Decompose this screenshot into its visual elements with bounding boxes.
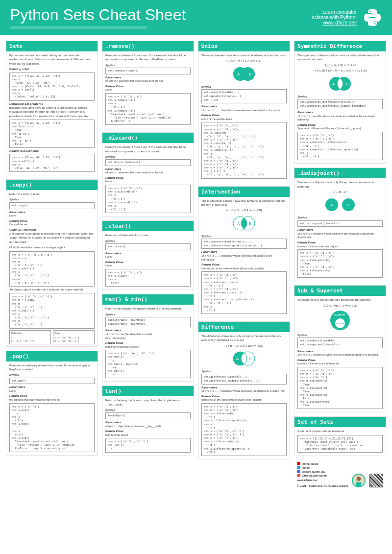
card-title: .pop(): [6, 351, 98, 361]
header-link[interactable]: www.k0nze.dev: [323, 20, 357, 25]
header-right: Learn computer science with Python: www.…: [312, 8, 382, 27]
subset-syntax: set.issubset(iterable) set.issuperset(it…: [297, 337, 383, 348]
label-syntax: Syntax: [105, 408, 191, 412]
footer-url[interactable]: www.k0nze.dev: [297, 479, 348, 482]
header-learn: Learn computer science with Python: www.…: [312, 9, 357, 25]
union-return: union of the sets/iterables: [201, 118, 287, 121]
svg-text:subset: subset: [336, 322, 345, 325]
label-syntax: Syntax: [105, 155, 191, 159]
svg-rect-30: [356, 482, 361, 487]
label-params: Parameters: [201, 104, 287, 108]
svg-point-29: [357, 477, 361, 482]
card-clear: .clear() Removes all elements from a set…: [102, 220, 194, 290]
svg-text:B: B: [347, 203, 349, 207]
venn-disjoint-icon: AB: [297, 196, 383, 214]
maxmin-syntax: max(iterable, key=None) min(iterable, ke…: [105, 317, 191, 327]
retrieving-desc: Because sets don't have an order, it is …: [9, 106, 95, 118]
label-defining: Defining a Set: [9, 67, 95, 71]
label-return: Return Value: [105, 260, 191, 264]
intersection-return: intersection of the sets/iterables (None…: [201, 267, 287, 271]
maxmin-return: maximum/minimum element: [105, 345, 191, 349]
column-2: .remove() Removes an element from a set.…: [102, 41, 194, 489]
remove-desc: Removes an element from a set. If the el…: [105, 53, 191, 62]
subset-return: boolean if the set is a sub/superset: [297, 362, 383, 366]
discard-code: >>> s = {'a','b','c'} >>> s.discard('a')…: [105, 185, 191, 213]
subset-code: >>> s = {'a','b','c'} >>> m = {'a','b','…: [297, 367, 383, 409]
label-return: Return Value: [105, 84, 191, 88]
maxmin-desc: Returns the maximum/minimum element of a…: [105, 307, 191, 311]
union-syntax: set.union(iterable...) set.update(iterab…: [201, 89, 287, 103]
setofsets-desc: A set can't contain sets as elements.: [297, 429, 383, 433]
copy-params: None: [9, 214, 95, 218]
label-return: Return Value: [297, 123, 383, 127]
svg-text:A: A: [237, 221, 240, 226]
label-return: Return Value: [9, 219, 95, 223]
setofsets-code: >>> s = {{1,2},{3,4,5},{6,7},{8}} Traceb…: [297, 435, 383, 453]
subset-math: A ⊆ B : ∀x(x ∈ A ⟹ x ∈ B): [297, 304, 383, 308]
footer-copyright: © 2021 · k0nze aka. Konstantin Lübeck: [297, 484, 348, 487]
pop-return: the element that was removed from the se…: [9, 398, 95, 402]
card-remove: .remove() Removes an element from a set.…: [102, 41, 194, 128]
intersection-desc: The intersection between two sets contai…: [201, 199, 287, 207]
remove-syntax: set.remove(element): [105, 68, 191, 74]
pop-desc: Removes an arbitrary element from a set.…: [9, 363, 95, 372]
venn-symdiff-icon: AB: [297, 75, 383, 93]
clear-syntax: set.clear(): [105, 243, 191, 250]
card-title: Set of Sets: [294, 417, 386, 427]
label-params: Parameters: [9, 385, 95, 389]
label-syntax: Syntax: [9, 373, 95, 377]
card-pop: .pop() Removes an arbitrary element from…: [6, 351, 98, 456]
svg-text:B: B: [249, 72, 251, 76]
label-params: Parameters: [105, 328, 191, 332]
label-params: Parameters: [297, 110, 383, 114]
card-title: Sets: [6, 41, 98, 51]
card-subset: Sub & Superset All elements of a subset …: [294, 285, 386, 412]
label-return: Return Value: [9, 394, 95, 398]
union-desc: The union between two sets contains all …: [201, 53, 287, 57]
cvr-desc: A reference to an object is created with…: [9, 232, 95, 244]
card-discard: .discard() Removes an element from a set…: [102, 132, 194, 217]
youtube-icon: [297, 462, 300, 465]
difference-code: >>> s = {'a','b','c'} >>> m = {'a','b','…: [201, 403, 287, 456]
card-len: len() Returns the length of a set or any…: [102, 385, 194, 456]
label-return: Return Value: [201, 113, 287, 117]
symdiff-return: Symmetric difference of the sets (None w…: [297, 127, 383, 131]
label-return: Return Value: [201, 394, 287, 398]
qr-code: [369, 474, 383, 487]
svg-text:superset: superset: [334, 313, 345, 316]
symdiff-math2: = (A ∪ B) ∖ (A ∩ B) = {x : (x ∈ A) ≠ (x …: [297, 69, 383, 72]
clear-return: None: [105, 264, 191, 268]
author-avatar: [352, 474, 366, 487]
intersection-math: A ∩ B = {x : x ∈ A and x ∈ B}: [201, 208, 287, 212]
card-title: .discard(): [102, 133, 194, 143]
label-return: Return Value: [297, 241, 383, 244]
label-cvr: Copy vs. Reference: [9, 228, 95, 232]
card-difference: Difference The difference of two sets on…: [198, 321, 290, 459]
union-code: >>> s = {'a','b','c'} >>> m = {'c','d','…: [201, 122, 287, 178]
copy-code2: >>> s = {'a','b','c','d'} >>> m = s.copy…: [9, 293, 95, 328]
discard-desc: Removes an element from a set. If the el…: [105, 145, 191, 153]
symdiff-desc: The symmetric difference of two sets inc…: [297, 53, 383, 62]
card-title: .isdisjoint(): [294, 168, 386, 178]
patreon-icon: [297, 474, 300, 477]
label-syntax: Syntax: [201, 369, 287, 373]
maxmin-code: >>> s = {'a', 'aa', 'b', 'c'} >>> max(s)…: [105, 350, 191, 378]
discord-icon: [297, 470, 300, 473]
header-left: Python Sets Cheat Sheet: [10, 6, 186, 29]
card-title: len(): [102, 386, 194, 396]
label-adding: Adding Set Elements: [9, 149, 95, 153]
card-title: .remove(): [102, 41, 194, 51]
pop-params: None: [9, 389, 95, 393]
page-header: Python Sets Cheat Sheet Learn computer s…: [0, 0, 392, 35]
label-syntax: Syntax: [105, 313, 191, 316]
svg-text:B: B: [249, 357, 251, 361]
intersection-syntax: set.intersection(iterable...) set.inters…: [201, 239, 287, 249]
svg-point-1: [241, 67, 255, 81]
svg-text:A: A: [330, 203, 333, 207]
label-params: Parameters: [9, 210, 95, 214]
label-syntax: Syntax: [105, 63, 191, 67]
difference-math: A ∖ B = {x : x ∈ A and ¬x ∈ B}: [201, 344, 287, 348]
sets-code2: >>> s = {True, 42, 0.23, "Hi"} >>> True …: [9, 120, 95, 148]
card-sets: Sets Python sets are an unordered data t…: [6, 41, 98, 175]
card-maxmin: max() & min() Returns the maximum/minimu…: [102, 294, 194, 382]
